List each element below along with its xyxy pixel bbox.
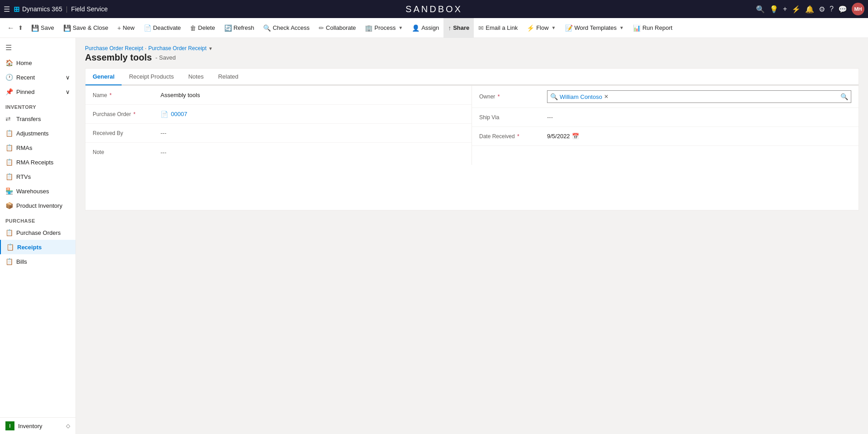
app-name[interactable]: Dynamics 365 <box>22 5 62 13</box>
collaborate-button[interactable]: ✏ Collaborate <box>314 18 361 38</box>
owner-required: * <box>498 93 500 100</box>
date-required: * <box>517 133 519 140</box>
chat-icon[interactable]: 💬 <box>838 5 847 14</box>
purchase-order-value: 📄 00007 <box>160 111 464 118</box>
adjustments-icon: 📋 <box>5 130 13 137</box>
save-icon: 💾 <box>31 24 39 32</box>
back-button[interactable]: ← <box>5 22 16 34</box>
process-icon: 🏢 <box>365 24 373 32</box>
purchase-order-field-row: Purchase Order * 📄 00007 <box>85 105 472 124</box>
module-name[interactable]: Field Service <box>71 5 108 13</box>
sidebar-item-recent[interactable]: 🕐 Recent ∨ <box>0 70 75 84</box>
po-required: * <box>133 111 136 117</box>
breadcrumb-item-2[interactable]: Purchase Order Receipt <box>148 45 207 51</box>
hamburger-icon[interactable]: ☰ <box>4 5 10 14</box>
sidebar-item-transfers[interactable]: ⇄ Transfers <box>0 112 75 126</box>
user-avatar[interactable]: MH <box>852 3 864 15</box>
notification-icon[interactable]: 🔔 <box>805 5 814 14</box>
date-received-value: 9/5/2022 📅 <box>547 133 851 140</box>
ship-via-label: Ship Via <box>479 114 547 121</box>
help-icon[interactable]: ? <box>830 5 834 13</box>
purchase-orders-icon: 📋 <box>5 229 13 236</box>
owner-search-button[interactable]: 🔍 <box>840 93 848 100</box>
product-inventory-icon: 📦 <box>5 202 13 209</box>
lightbulb-icon[interactable]: 💡 <box>769 5 778 14</box>
deactivate-icon: 📄 <box>144 24 151 32</box>
tab-notes[interactable]: Notes <box>181 69 211 85</box>
email-link-icon: ✉ <box>478 24 484 32</box>
sidebar-item-rtvs[interactable]: 📋 RTVs <box>0 169 75 184</box>
sidebar-item-product-inventory[interactable]: 📦 Product Inventory <box>0 198 75 213</box>
owner-field-row: Owner * 🔍 William Contoso ✕ 🔍 <box>472 86 859 108</box>
add-icon[interactable]: + <box>783 5 787 13</box>
filter-icon[interactable]: ⚡ <box>792 5 801 14</box>
sidebar-bottom-area[interactable]: I Inventory ◇ <box>0 417 75 434</box>
sidebar-bottom-label: Inventory <box>18 423 42 429</box>
owner-label: Owner * <box>479 93 547 100</box>
recent-chevron: ∨ <box>66 74 70 81</box>
name-label: Name * <box>93 92 160 98</box>
sidebar-item-adjustments[interactable]: 📋 Adjustments <box>0 126 75 140</box>
tab-general[interactable]: General <box>85 69 122 85</box>
received-by-label: Received By <box>93 130 160 136</box>
deactivate-button[interactable]: 📄 Deactivate <box>139 18 185 38</box>
settings-icon[interactable]: ⚙ <box>819 5 825 14</box>
share-icon: ↑ <box>448 24 451 32</box>
date-received-field[interactable]: 9/5/2022 📅 <box>547 133 851 140</box>
form-left-column: Name * Assembly tools Purchase Order * <box>85 86 472 165</box>
dynamics-logo: ⊞ <box>14 5 19 14</box>
assign-button[interactable]: 👤 Assign <box>407 18 443 38</box>
note-field-row: Note --- <box>85 143 472 162</box>
form-right-column: Owner * 🔍 William Contoso ✕ 🔍 <box>472 86 859 165</box>
date-received-field-row: Date Received * 9/5/2022 📅 <box>472 127 859 146</box>
tab-related[interactable]: Related <box>211 69 245 85</box>
breadcrumb-item-1[interactable]: Purchase Order Receipt <box>85 45 143 51</box>
sidebar-item-warehouses[interactable]: 🏪 Warehouses <box>0 184 75 198</box>
received-by-value[interactable]: --- <box>160 130 464 136</box>
name-value[interactable]: Assembly tools <box>160 92 464 98</box>
new-button[interactable]: + New <box>113 18 139 38</box>
flow-button[interactable]: ⚡ Flow ▼ <box>522 18 560 38</box>
note-value[interactable]: --- <box>160 149 464 156</box>
sidebar-item-pinned[interactable]: 📌 Pinned ∨ <box>0 84 75 99</box>
transfers-icon: ⇄ <box>5 115 13 122</box>
sidebar-item-rmas[interactable]: 📋 RMAs <box>0 140 75 155</box>
check-access-icon: 🔍 <box>263 24 271 32</box>
refresh-button[interactable]: 🔄 Refresh <box>220 18 259 38</box>
forward-button[interactable]: ⬆ <box>16 23 25 33</box>
sidebar-item-rma-receipts[interactable]: 📋 RMA Receipts <box>0 155 75 169</box>
content-area: Purchase Order Receipt · Purchase Order … <box>76 38 868 434</box>
rma-receipts-icon: 📋 <box>5 159 13 166</box>
name-required: * <box>109 92 112 98</box>
purchase-order-link[interactable]: 📄 00007 <box>160 111 464 118</box>
calendar-icon[interactable]: 📅 <box>572 133 579 140</box>
owner-clear-button[interactable]: ✕ <box>604 93 609 100</box>
process-button[interactable]: 🏢 Process ▼ <box>360 18 407 38</box>
bills-icon: 📋 <box>5 258 13 265</box>
search-icon[interactable]: 🔍 <box>756 5 765 14</box>
main-layout: ☰ 🏠 Home 🕐 Recent ∨ 📌 Pinned ∨ Inventory… <box>0 38 868 434</box>
sidebar-item-receipts[interactable]: 📋 Receipts <box>0 240 75 254</box>
email-link-button[interactable]: ✉ Email a Link <box>474 18 522 38</box>
sidebar-toggle[interactable]: ☰ <box>0 38 75 56</box>
collaborate-icon: ✏ <box>319 24 324 32</box>
run-report-icon: 📊 <box>633 24 641 32</box>
refresh-icon: 🔄 <box>224 24 232 32</box>
save-button[interactable]: 💾 Save <box>27 18 59 38</box>
ship-via-value[interactable]: --- <box>547 114 851 121</box>
breadcrumb-dropdown-icon[interactable]: ▼ <box>208 46 213 51</box>
sidebar-item-purchase-orders[interactable]: 📋 Purchase Orders <box>0 225 75 240</box>
run-report-button[interactable]: 📊 Run Report <box>628 18 677 38</box>
delete-button[interactable]: 🗑 Delete <box>185 18 220 38</box>
tab-receipt-products[interactable]: Receipt Products <box>122 69 181 85</box>
owner-search-field[interactable]: 🔍 William Contoso ✕ 🔍 <box>547 90 851 103</box>
recent-icon: 🕐 <box>5 74 13 81</box>
sidebar-item-home[interactable]: 🏠 Home <box>0 56 75 70</box>
sidebar-item-bills[interactable]: 📋 Bills <box>0 254 75 269</box>
sidebar-bottom-icon: I <box>5 421 14 430</box>
save-close-button[interactable]: 💾 Save & Close <box>59 18 113 38</box>
word-templates-button[interactable]: 📝 Word Templates ▼ <box>561 18 628 38</box>
share-button[interactable]: ↑ Share <box>443 18 474 38</box>
filler-row <box>472 146 859 165</box>
check-access-button[interactable]: 🔍 Check Access <box>259 18 314 38</box>
